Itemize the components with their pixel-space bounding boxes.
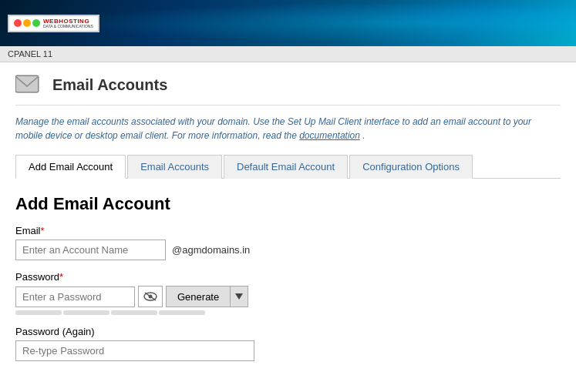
documentation-link[interactable]: documentation xyxy=(299,130,360,141)
password-required-star: * xyxy=(59,271,63,283)
password-strength-bar xyxy=(15,310,561,315)
subheader: CPANEL 11 xyxy=(0,46,576,62)
page-description: Manage the email accounts associated wit… xyxy=(15,115,561,142)
svg-rect-1 xyxy=(16,76,38,92)
email-required-star: * xyxy=(41,225,45,236)
tab-config-options[interactable]: Configuration Options xyxy=(349,155,473,179)
strength-segment-1 xyxy=(15,310,62,315)
password-again-form-group: Password (Again) xyxy=(15,326,561,361)
password-label: Password* xyxy=(15,271,561,283)
password-again-input-row xyxy=(15,340,561,361)
strength-segment-4 xyxy=(159,310,205,315)
site-header: WEBHOSTING DATA & COMMUNICATIONS xyxy=(0,0,576,46)
strength-segment-3 xyxy=(111,310,157,315)
password-form-group: Password* Generate xyxy=(15,271,561,315)
chevron-down-icon xyxy=(235,293,243,300)
password-input-row: Generate xyxy=(15,286,561,307)
email-form-group: Email* @agmdomains.in xyxy=(15,225,561,260)
svg-marker-5 xyxy=(235,293,243,300)
generate-password-button[interactable]: Generate xyxy=(166,286,230,307)
logo-circle-red xyxy=(14,19,22,27)
tab-add-email-label: Add Email Account xyxy=(29,161,113,173)
tab-add-email[interactable]: Add Email Account xyxy=(15,155,126,179)
logo-text: WEBHOSTING DATA & COMMUNICATIONS xyxy=(43,18,93,28)
logo-subtitle-text: DATA & COMMUNICATIONS xyxy=(43,25,93,28)
logo-circle-orange xyxy=(23,19,31,27)
password-again-label: Password (Again) xyxy=(15,326,561,337)
logo-circles xyxy=(14,19,40,27)
tabs-container: Add Email Account Email Accounts Default… xyxy=(15,154,561,179)
tab-email-accounts-label: Email Accounts xyxy=(140,161,209,173)
strength-segment-2 xyxy=(63,310,109,315)
eye-slash-icon xyxy=(143,291,157,302)
email-label: Email* xyxy=(15,225,561,236)
main-content: Email Accounts Manage the email accounts… xyxy=(0,62,576,384)
page-title: Email Accounts xyxy=(52,76,167,94)
logo: WEBHOSTING DATA & COMMUNICATIONS xyxy=(8,15,99,32)
cpanel-version: CPANEL 11 xyxy=(8,49,52,59)
email-input-row: @agmdomains.in xyxy=(15,240,561,260)
email-input[interactable] xyxy=(15,240,166,260)
logo-circle-green xyxy=(32,19,40,27)
toggle-password-button[interactable] xyxy=(138,286,163,307)
email-domain: @agmdomains.in xyxy=(172,244,250,256)
password-input[interactable] xyxy=(15,286,135,307)
tab-email-accounts[interactable]: Email Accounts xyxy=(127,155,222,179)
tab-config-options-label: Configuration Options xyxy=(362,161,460,173)
tab-default-email[interactable]: Default Email Account xyxy=(224,155,348,179)
password-again-input[interactable] xyxy=(15,340,254,361)
form-title: Add Email Account xyxy=(15,194,561,214)
tab-default-email-label: Default Email Account xyxy=(237,161,335,173)
email-accounts-icon xyxy=(15,74,43,95)
description-text-2: . xyxy=(362,130,365,141)
page-title-area: Email Accounts xyxy=(15,74,561,106)
description-text-1: Manage the email accounts associated wit… xyxy=(15,116,531,141)
generate-dropdown-button[interactable] xyxy=(230,286,248,307)
generate-button-group: Generate xyxy=(166,286,248,307)
